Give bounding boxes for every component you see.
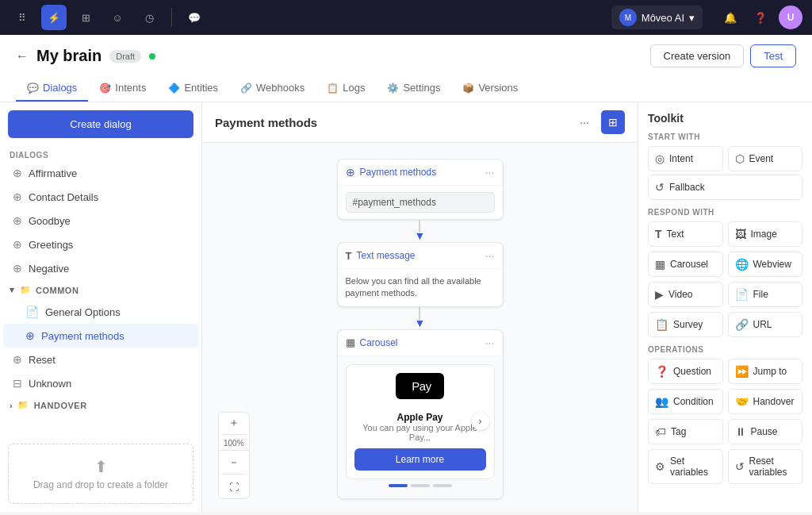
text-message-node[interactable]: T Text message ··· Below you can find al… xyxy=(337,242,504,307)
test-button[interactable]: Test xyxy=(750,44,796,67)
tab-intents[interactable]: 🎯 Intents xyxy=(88,75,157,102)
toolkit-carousel[interactable]: ▦ Carousel xyxy=(648,252,723,277)
create-version-button[interactable]: Create version xyxy=(650,44,745,67)
zoom-out-button[interactable]: － xyxy=(222,452,246,475)
chevron-down-icon-2: ▾ xyxy=(10,285,15,295)
dots-icon[interactable]: ⠿ xyxy=(10,5,35,30)
toolkit-intent[interactable]: ◎ Intent xyxy=(648,146,723,171)
toolkit-text[interactable]: T Text xyxy=(648,221,723,247)
brand-selector[interactable]: M Môveo AI ▾ xyxy=(611,6,703,29)
toolkit-webview[interactable]: 🌐 Webview xyxy=(728,252,803,277)
sidebar-item-unknown[interactable]: ⊟ Unknown xyxy=(3,371,198,395)
carousel-next-button[interactable]: › xyxy=(472,413,489,430)
logs-tab-icon: 📋 xyxy=(327,83,339,94)
ellipsis-button[interactable]: ··· xyxy=(573,110,596,134)
sidebar-item-reset[interactable]: ⊕ Reset xyxy=(3,348,198,371)
toolkit-event[interactable]: ⬡ Event xyxy=(728,146,803,171)
toolkit-image[interactable]: 🖼 Image xyxy=(728,221,803,247)
sidebar-item-affirmative[interactable]: ⊕ Affirmative xyxy=(3,161,198,185)
grid-icon[interactable]: ⊞ xyxy=(73,5,98,30)
sidebar-item-negative[interactable]: ⊕ Negative xyxy=(3,256,198,280)
trigger-node-body: #payment_methods xyxy=(338,186,503,219)
text-node-body: Below you can find all the available pay… xyxy=(338,269,503,306)
sidebar-item-general-options[interactable]: 📄 General Options xyxy=(3,300,198,324)
toolkit-survey[interactable]: 📋 Survey xyxy=(648,312,723,337)
emoji-icon[interactable]: ☺ xyxy=(105,5,130,30)
tab-versions[interactable]: 📦 Versions xyxy=(451,75,529,102)
toolkit-url[interactable]: 🔗 URL xyxy=(728,312,803,337)
toolkit-video[interactable]: ▶ Video xyxy=(648,282,723,307)
notification-icon[interactable]: 🔔 xyxy=(718,6,742,29)
layout-button[interactable]: ⊞ xyxy=(601,110,625,134)
back-button[interactable]: ← xyxy=(16,49,29,63)
toolkit-handover[interactable]: 🤝 Handover xyxy=(728,389,803,414)
clock-icon[interactable]: ◷ xyxy=(136,5,162,30)
zoom-level: 100% xyxy=(219,436,249,451)
circle-plus-icon: ⊕ xyxy=(13,167,22,179)
toolkit-file[interactable]: 📄 File xyxy=(728,282,803,307)
avatar[interactable]: U xyxy=(779,6,802,29)
target-icon: ⊕ xyxy=(25,329,35,342)
chat-icon[interactable]: 💬 xyxy=(182,5,207,30)
respond-with-grid: T Text 🖼 Image ▦ Carousel 🌐 Webview ▶ Vi… xyxy=(648,221,802,337)
trigger-node-header-left: ⊕ Payment methods xyxy=(346,166,437,179)
nav-icons: ⠿ ⚡ ⊞ ☺ ◷ xyxy=(10,5,162,30)
webview-icon: 🌐 xyxy=(735,258,749,271)
brand-name: Môveo AI xyxy=(642,12,684,24)
unknown-icon: ⊟ xyxy=(13,377,22,390)
common-folder-label[interactable]: ▾ 📁 COMMON xyxy=(0,280,201,300)
sidebar-item-contact-details[interactable]: ⊕ Contact Details xyxy=(3,185,198,209)
reset-vars-icon: ↺ xyxy=(735,460,745,473)
carousel-dot-3 xyxy=(433,484,452,487)
tab-entities[interactable]: 🔷 Entities xyxy=(157,75,229,102)
text-respond-icon: T xyxy=(655,228,662,240)
help-icon[interactable]: ❓ xyxy=(749,6,772,29)
toolkit-jump-to[interactable]: ⏩ Jump to xyxy=(728,359,803,384)
dialogs-tab-icon: 💬 xyxy=(27,83,39,94)
carousel-icon: ▦ xyxy=(346,336,355,348)
event-icon: ⬡ xyxy=(735,152,745,165)
url-icon: 🔗 xyxy=(735,318,749,331)
upload-icon: ⬆ xyxy=(21,457,180,476)
create-dialog-button[interactable]: Create dialog xyxy=(8,110,193,138)
sidebar-item-goodbye[interactable]: ⊕ Goodbye xyxy=(3,209,198,233)
circle-plus-icon-3: ⊕ xyxy=(13,214,22,227)
toolkit-pause[interactable]: ⏸ Pause xyxy=(728,419,803,444)
zoom-in-button[interactable]: ＋ xyxy=(222,413,246,435)
trigger-node-menu[interactable]: ··· xyxy=(485,166,495,179)
nav-divider xyxy=(171,8,172,27)
learn-more-button[interactable]: Learn more xyxy=(354,448,486,471)
toolkit-tag[interactable]: 🏷 Tag xyxy=(648,419,723,444)
text-node-menu[interactable]: ··· xyxy=(485,249,495,262)
sidebar-item-greetings[interactable]: ⊕ Greetings xyxy=(3,233,198,256)
toolkit-reset-variables[interactable]: ↺ Reset variables xyxy=(728,449,803,484)
circle-plus-icon-2: ⊕ xyxy=(13,190,22,203)
handover-folder-label[interactable]: › 📁 HANDOVER xyxy=(0,395,201,415)
toolkit-fallback[interactable]: ↺ Fallback xyxy=(648,175,802,200)
carousel-node-title: Carousel xyxy=(360,337,398,348)
tab-logs[interactable]: 📋 Logs xyxy=(316,75,376,102)
trigger-node-title: Payment methods xyxy=(360,167,437,178)
text-icon: T xyxy=(346,250,352,262)
handover-folder-icon: 📁 xyxy=(17,400,29,410)
circle-plus-icon-4: ⊕ xyxy=(13,238,22,251)
tab-dialogs[interactable]: 💬 Dialogs xyxy=(16,75,88,102)
fit-screen-button[interactable]: ⛶ xyxy=(222,476,246,498)
brain-icon[interactable]: ⚡ xyxy=(41,5,67,30)
carousel-node-menu[interactable]: ··· xyxy=(485,336,495,349)
carousel-preview: Pay Apple Pay You can pay using your App… xyxy=(338,356,503,498)
carousel-node[interactable]: ▦ Carousel ··· Pay xyxy=(337,329,504,499)
title-row: ← My brain Draft Create version Test xyxy=(16,44,796,67)
canvas-header-actions: ··· ⊞ xyxy=(573,110,625,134)
tab-settings[interactable]: ⚙️ Settings xyxy=(376,75,451,102)
toolkit-question[interactable]: ❓ Question xyxy=(648,359,723,384)
tab-webhooks[interactable]: 🔗 Webhooks xyxy=(229,75,316,102)
jump-to-icon: ⏩ xyxy=(735,365,749,378)
tag-icon: 🏷 xyxy=(655,425,666,438)
toolkit-condition[interactable]: 👥 Condition xyxy=(648,389,723,414)
toolkit-set-variables[interactable]: ⚙ Set variables xyxy=(648,449,723,484)
operations-label: OPERATIONS xyxy=(648,345,802,354)
sidebar-item-payment-methods[interactable]: ⊕ Payment methods xyxy=(3,324,198,348)
trigger-node[interactable]: ⊕ Payment methods ··· #payment_methods xyxy=(337,159,504,220)
webhooks-tab-icon: 🔗 xyxy=(240,83,252,94)
